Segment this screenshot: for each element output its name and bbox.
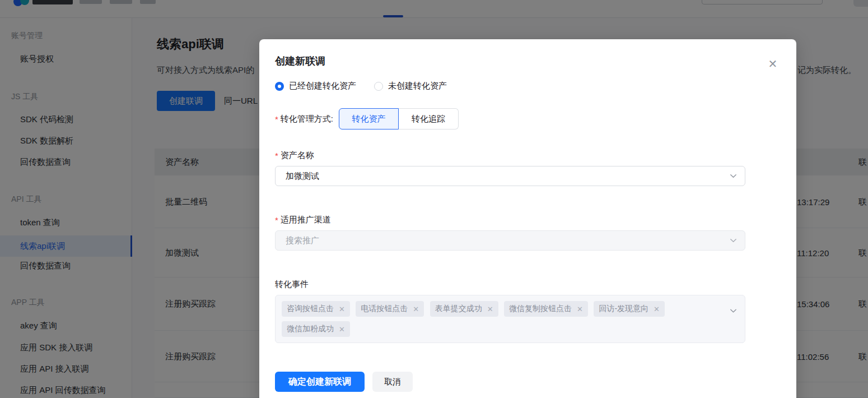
cancel-button[interactable]: 取消 bbox=[372, 372, 413, 392]
required-asterisk: * bbox=[275, 215, 278, 225]
chevron-down-icon bbox=[729, 307, 738, 315]
event-tag: 咨询按钮点击 ✕ bbox=[282, 301, 350, 317]
confirm-create-button[interactable]: 确定创建新联调 bbox=[275, 372, 365, 392]
event-tag: 回访-发现意向 ✕ bbox=[594, 301, 665, 317]
tag-label: 微信复制按钮点击 bbox=[509, 304, 572, 314]
event-tag: 表单提交成功 ✕ bbox=[430, 301, 498, 317]
asset-name-select[interactable]: 加微测试 bbox=[275, 166, 745, 186]
tag-remove-icon[interactable]: ✕ bbox=[577, 305, 583, 313]
asset-name-label: 资产名称 bbox=[281, 150, 314, 161]
radio-asset-not-created[interactable]: 未创建转化资产 bbox=[374, 81, 447, 91]
segment-conversion-asset[interactable]: 转化资产 bbox=[339, 108, 399, 129]
event-tag: 微信加粉成功 ✕ bbox=[282, 321, 350, 337]
asset-name-value: 加微测试 bbox=[286, 171, 319, 182]
event-tag: 微信复制按钮点击 ✕ bbox=[504, 301, 588, 317]
manage-mode-row: * 转化管理方式: 转化资产 转化追踪 bbox=[275, 108, 781, 129]
modal-title: 创建新联调 bbox=[275, 54, 781, 68]
tag-label: 咨询按钮点击 bbox=[287, 304, 334, 314]
tag-label: 微信加粉成功 bbox=[287, 324, 334, 334]
tag-remove-icon[interactable]: ✕ bbox=[413, 305, 419, 313]
radio-selected-icon bbox=[275, 82, 284, 91]
tag-remove-icon[interactable]: ✕ bbox=[654, 305, 660, 313]
asset-name-label-row: * 资产名称 bbox=[275, 150, 781, 161]
channel-label: 适用推广渠道 bbox=[281, 214, 331, 225]
required-asterisk: * bbox=[275, 151, 278, 160]
tag-label: 表单提交成功 bbox=[435, 304, 482, 314]
radio-label: 已经创建转化资产 bbox=[289, 81, 356, 91]
tag-label: 回访-发现意向 bbox=[599, 304, 648, 314]
events-label: 转化事件 bbox=[275, 279, 309, 290]
manage-mode-segmented: 转化资产 转化追踪 bbox=[339, 108, 459, 129]
manage-mode-label: 转化管理方式: bbox=[281, 113, 333, 124]
modal-footer: 确定创建新联调 取消 bbox=[275, 372, 781, 392]
radio-unselected-icon bbox=[374, 82, 383, 91]
radio-label: 未创建转化资产 bbox=[388, 81, 447, 91]
close-icon[interactable]: ✕ bbox=[766, 57, 780, 71]
chevron-down-icon bbox=[729, 237, 738, 245]
events-label-row: 转化事件 bbox=[275, 279, 781, 290]
channel-value: 搜索推广 bbox=[286, 235, 319, 246]
channel-label-row: * 适用推广渠道 bbox=[275, 214, 781, 225]
create-debug-modal: 创建新联调 ✕ 已经创建转化资产 未创建转化资产 * 转化管理方式: 转化资产 … bbox=[259, 39, 796, 398]
tag-remove-icon[interactable]: ✕ bbox=[339, 325, 345, 334]
segment-conversion-tracking[interactable]: 转化追踪 bbox=[399, 108, 459, 129]
event-tag: 电话按钮点击 ✕ bbox=[356, 301, 424, 317]
chevron-down-icon bbox=[729, 172, 738, 181]
tag-remove-icon[interactable]: ✕ bbox=[487, 305, 493, 313]
asset-created-radio-group: 已经创建转化资产 未创建转化资产 bbox=[275, 81, 781, 91]
tag-remove-icon[interactable]: ✕ bbox=[339, 305, 345, 313]
conversion-events-multiselect[interactable]: 咨询按钮点击 ✕ 电话按钮点击 ✕ 表单提交成功 ✕ 微信复制按钮点击 ✕ 回访… bbox=[275, 295, 745, 343]
app-screen: 账号管理 账号授权 JS 工具 SDK 代码检测 SDK 数据解析 回传数据查询… bbox=[0, 0, 868, 398]
required-asterisk: * bbox=[275, 114, 278, 124]
tag-label: 电话按钮点击 bbox=[361, 304, 408, 314]
channel-select: 搜索推广 bbox=[275, 230, 745, 251]
radio-asset-created[interactable]: 已经创建转化资产 bbox=[275, 81, 356, 91]
